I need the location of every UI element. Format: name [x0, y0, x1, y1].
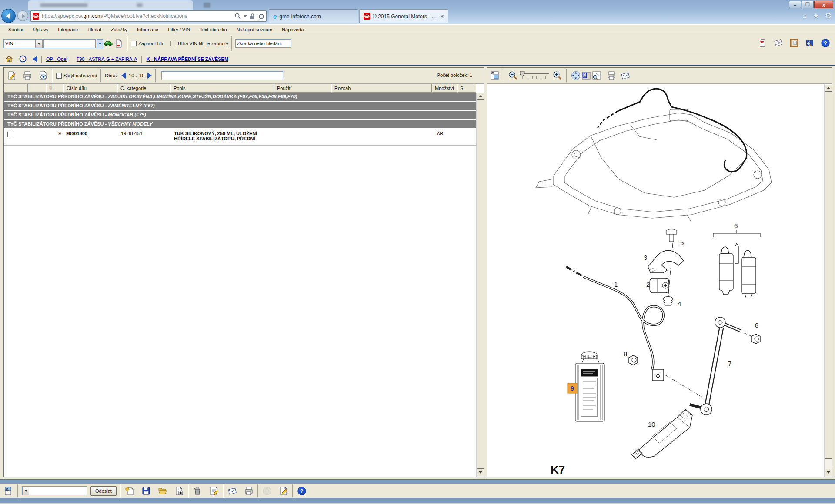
vin-select[interactable]: VIN:	[3, 39, 43, 48]
breadcrumb-item-model[interactable]: T98 - ASTRA-G + ZAFIRA-A	[77, 56, 137, 62]
pan-icon[interactable]	[571, 70, 581, 81]
open-icon[interactable]	[157, 486, 168, 496]
next-image-button[interactable]	[147, 73, 152, 79]
minimize-button[interactable]: –	[789, 1, 801, 8]
return-to-document-icon[interactable]	[758, 38, 768, 48]
menu-upravy[interactable]: Úpravy	[28, 26, 53, 33]
back-button[interactable]	[1, 9, 16, 23]
action-select[interactable]	[22, 486, 87, 495]
breadcrumb-back-icon[interactable]	[33, 56, 37, 62]
row-checkbox[interactable]	[7, 132, 13, 137]
close-button[interactable]: x	[814, 1, 833, 8]
breadcrumb-item-section[interactable]: K - NÁPRAVA PŘEDNÍ SE ZÁVĚSEM	[146, 56, 228, 62]
parts-scrollbar[interactable]	[476, 93, 484, 477]
zoom-in-icon[interactable]	[552, 70, 563, 81]
enable-filter-checkbox[interactable]	[131, 41, 137, 46]
horizontal-splitter[interactable]	[0, 479, 835, 484]
tab-close-icon[interactable]: ×	[440, 13, 444, 19]
column-range[interactable]: Rozsah	[331, 84, 432, 93]
send-mail-icon[interactable]	[227, 486, 237, 496]
vin-input[interactable]	[43, 39, 96, 48]
callout-5[interactable]: 5	[680, 239, 684, 246]
maximize-button[interactable]: ❐	[802, 1, 814, 8]
action-select-arrow[interactable]	[22, 487, 29, 495]
save-icon[interactable]	[141, 486, 151, 496]
address-bar[interactable]: https://spoepc.xw.gm.com/PQMace/root.fve…	[30, 10, 267, 22]
part-number-link[interactable]: 90001800	[66, 131, 87, 136]
menu-filtry-vin[interactable]: Filtry / VIN	[163, 26, 195, 33]
forward-button[interactable]	[17, 10, 28, 21]
home-icon[interactable]: ⌂	[802, 11, 807, 20]
edit-list-icon[interactable]	[209, 486, 219, 496]
breadcrumb-item-make[interactable]: OP - Opel	[46, 56, 67, 62]
help-bottom-icon[interactable]: ?	[297, 486, 307, 496]
column-il[interactable]: IL	[46, 84, 63, 93]
zoom-selection-icon[interactable]	[591, 70, 602, 81]
callout-2[interactable]: 2	[646, 281, 650, 288]
add-to-list-icon[interactable]	[174, 486, 184, 496]
refresh-icon[interactable]	[258, 13, 264, 20]
vin-select-arrow[interactable]	[35, 40, 42, 48]
column-s[interactable]: S	[457, 84, 476, 93]
overview-thumbnail-icon[interactable]	[581, 70, 591, 81]
callout-8-upper[interactable]: 8	[755, 322, 758, 329]
send-image-icon[interactable]	[620, 70, 631, 81]
menu-zalozky[interactable]: Záložky	[106, 26, 132, 33]
new-list-icon[interactable]	[124, 486, 135, 496]
delete-icon[interactable]	[192, 486, 203, 496]
menu-integrace[interactable]: Integrace	[53, 26, 83, 33]
preview-icon[interactable]	[38, 70, 48, 81]
callout-9-highlight[interactable]: 9	[568, 383, 577, 393]
catalog-search-icon[interactable]	[805, 38, 815, 48]
vin-history-dropdown[interactable]	[97, 39, 103, 48]
hide-replacements-checkbox[interactable]	[56, 73, 62, 79]
edit-notes-icon[interactable]	[7, 70, 17, 81]
settings-gear-icon[interactable]: ⚙	[825, 11, 832, 20]
menu-text-obrazku[interactable]: Text obrázku	[195, 26, 231, 33]
scrollbar-thumb[interactable]	[825, 92, 832, 459]
zoom-out-icon[interactable]	[508, 70, 518, 81]
menu-nakupni-seznam[interactable]: Nákupní seznam	[232, 26, 277, 33]
quick-search-input[interactable]	[235, 39, 291, 48]
column-qty[interactable]: Množství	[432, 84, 457, 93]
search-icon[interactable]	[235, 13, 241, 19]
scrollbar-thumb[interactable]	[477, 100, 484, 469]
print-list-icon[interactable]	[244, 486, 254, 496]
column-description[interactable]: Popis	[170, 84, 274, 93]
history-clock-icon[interactable]	[19, 55, 27, 63]
fit-image-icon[interactable]	[490, 70, 500, 81]
tab-general-motors[interactable]: © 2015 General Motors - Da... ×	[359, 9, 448, 23]
callout-4[interactable]: 4	[678, 300, 681, 307]
send-button[interactable]: Odeslat	[90, 486, 117, 496]
diagram-scrollbar[interactable]	[824, 84, 832, 477]
bulletin-board-icon[interactable]	[789, 38, 799, 48]
scroll-up-button[interactable]	[477, 93, 484, 100]
news-icon[interactable]	[773, 38, 784, 48]
restore-layout-icon[interactable]	[3, 486, 14, 496]
column-usage[interactable]: Použití	[274, 84, 331, 93]
home-icon[interactable]	[5, 55, 13, 63]
callout-8-lower[interactable]: 8	[624, 350, 627, 358]
tab-gme-infotech[interactable]: e gme-infotech.com	[269, 9, 358, 23]
vin-document-icon[interactable]	[114, 38, 124, 49]
callout-7[interactable]: 7	[728, 360, 731, 367]
menu-hledat[interactable]: Hledat	[83, 26, 106, 33]
column-blank[interactable]	[28, 84, 46, 93]
menu-soubor[interactable]: Soubor	[3, 26, 28, 33]
edit-document-icon[interactable]	[278, 486, 289, 496]
callout-6[interactable]: 6	[734, 222, 738, 229]
print-icon[interactable]	[22, 70, 33, 81]
previous-image-button[interactable]	[121, 73, 126, 79]
favorites-star-icon[interactable]: ★	[813, 11, 819, 20]
menu-napoveda[interactable]: Nápověda	[277, 26, 308, 33]
address-dropdown-icon[interactable]	[244, 15, 247, 17]
column-part-no[interactable]: Číslo dílu	[63, 84, 117, 93]
callout-10[interactable]: 10	[648, 421, 655, 428]
scroll-up-button[interactable]	[825, 84, 832, 92]
menu-informace[interactable]: Informace	[132, 26, 163, 33]
callout-1[interactable]: 1	[614, 281, 618, 288]
column-select[interactable]	[4, 84, 28, 93]
zoom-slider[interactable]	[518, 70, 552, 81]
scroll-down-button[interactable]	[825, 469, 832, 476]
callout-3[interactable]: 3	[644, 254, 647, 261]
